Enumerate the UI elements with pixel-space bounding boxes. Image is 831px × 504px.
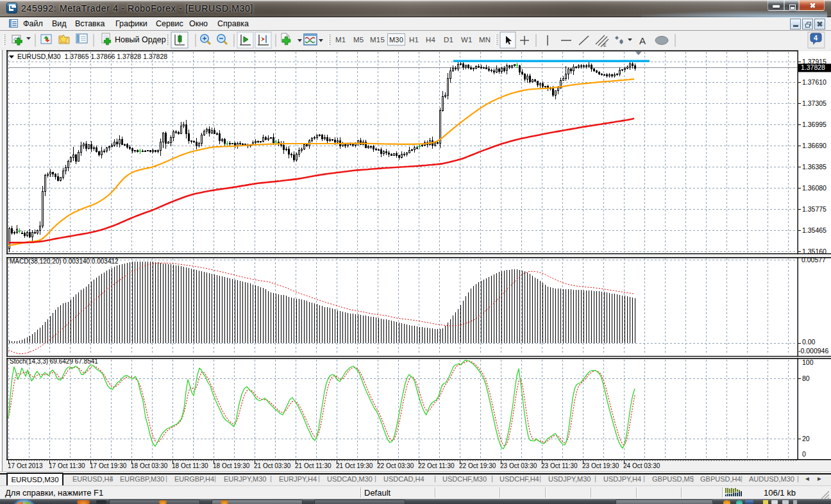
svg-text:21 Oct 11:30: 21 Oct 11:30 — [295, 462, 332, 469]
svg-text:17 Oct 19:30: 17 Oct 19:30 — [90, 462, 127, 469]
svg-text:21 Oct 03:30: 21 Oct 03:30 — [254, 462, 291, 469]
svg-text:1.36385: 1.36385 — [802, 163, 827, 171]
svg-text:1.35775: 1.35775 — [802, 205, 827, 213]
svg-text:1.35160: 1.35160 — [802, 248, 827, 255]
svg-text:23 Oct 03:30: 23 Oct 03:30 — [500, 462, 537, 469]
svg-text:1.37305: 1.37305 — [802, 99, 827, 107]
svg-text:24 Oct 03:30: 24 Oct 03:30 — [623, 462, 660, 469]
svg-text:22 Oct 19:30: 22 Oct 19:30 — [459, 462, 496, 469]
svg-text:23 Oct 11:30: 23 Oct 11:30 — [541, 462, 578, 469]
svg-text:Stoch(14,3,3) 69.6429 67.8541: Stoch(14,3,3) 69.6429 67.8541 — [10, 358, 98, 365]
svg-text:17 Oct 2013: 17 Oct 2013 — [8, 462, 43, 469]
svg-text:EURUSD,M30 1.37865 1.37866 1.: EURUSD,M30 1.37865 1.37866 1.37828 1.378… — [17, 53, 167, 60]
svg-text:80: 80 — [802, 374, 810, 382]
svg-text:1.36080: 1.36080 — [802, 184, 827, 192]
svg-text:18 Oct 11:30: 18 Oct 11:30 — [172, 462, 208, 469]
svg-text:20: 20 — [802, 435, 810, 442]
svg-text:0.00577: 0.00577 — [802, 256, 826, 264]
svg-text:E: E — [603, 43, 607, 47]
svg-text:18 Oct 03:30: 18 Oct 03:30 — [131, 462, 168, 469]
svg-text:1.37828: 1.37828 — [801, 63, 825, 71]
svg-text:22 Oct 03:30: 22 Oct 03:30 — [377, 462, 414, 469]
svg-text:22 Oct 11:30: 22 Oct 11:30 — [418, 462, 455, 469]
svg-text:17 Oct 11:30: 17 Oct 11:30 — [49, 462, 85, 469]
svg-text:0: 0 — [802, 450, 806, 458]
svg-text:4: 4 — [814, 34, 818, 42]
svg-text:A: A — [639, 35, 646, 46]
svg-text:23 Oct 19:30: 23 Oct 19:30 — [582, 462, 619, 469]
svg-text:0.00: 0.00 — [802, 338, 816, 346]
svg-text:1.36995: 1.36995 — [802, 121, 827, 128]
svg-text:-0.000946: -0.000946 — [798, 347, 828, 355]
svg-text:1.37610: 1.37610 — [802, 78, 827, 86]
svg-text:1.36690: 1.36690 — [802, 142, 827, 149]
svg-text:MACD(38,120,20) 0.003140 0.003: MACD(38,120,20) 0.003140 0.003412 — [10, 258, 119, 265]
svg-text:1.35465: 1.35465 — [802, 226, 827, 234]
svg-text:18 Oct 19:30: 18 Oct 19:30 — [213, 462, 250, 469]
svg-text:21 Oct 19:30: 21 Oct 19:30 — [336, 462, 373, 469]
svg-text:100: 100 — [802, 358, 814, 366]
